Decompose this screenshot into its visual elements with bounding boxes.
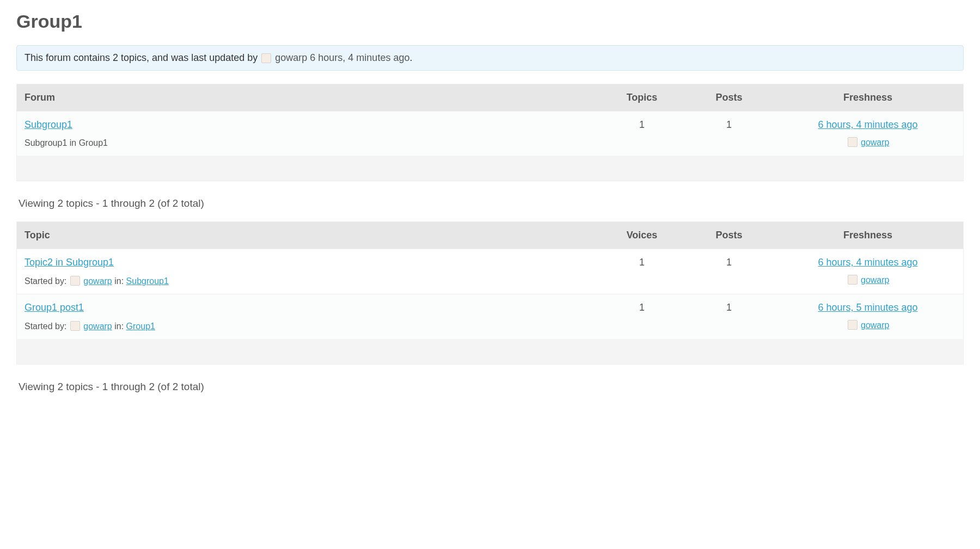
forum-link[interactable]: Subgroup1 <box>24 119 72 130</box>
started-by-user-link[interactable]: gowarp <box>83 322 112 331</box>
avatar-icon <box>70 321 80 331</box>
table-row: Topic2 in Subgroup1 Started by: gowarp i… <box>17 249 963 294</box>
topic-posts-count: 1 <box>685 294 773 339</box>
topics-header-row: Topic Voices Posts Freshness <box>17 222 963 249</box>
freshness-time-link[interactable]: 6 hours, 4 minutes ago <box>818 119 917 130</box>
forums-header-row: Forum Topics Posts Freshness <box>17 84 963 111</box>
viewing-summary-bottom: Viewing 2 topics - 1 through 2 (of 2 tot… <box>19 381 964 393</box>
in-label: in: <box>114 322 126 331</box>
avatar-icon <box>848 275 857 285</box>
topic-voices-count: 1 <box>598 249 685 294</box>
freshness-user-link[interactable]: gowarp <box>861 320 889 330</box>
avatar-icon <box>848 320 857 330</box>
header-forum: Forum <box>17 84 598 111</box>
header-freshness: Freshness <box>773 84 963 111</box>
forums-footer <box>17 156 963 181</box>
forum-topics-count: 1 <box>598 112 685 156</box>
freshness-time-link[interactable]: 6 hours, 5 minutes ago <box>818 302 917 313</box>
started-by-user-link[interactable]: gowarp <box>83 276 112 286</box>
forum-posts-count: 1 <box>685 112 773 156</box>
in-label: in: <box>114 276 126 286</box>
header-posts: Posts <box>685 84 773 111</box>
freshness-user-link[interactable]: gowarp <box>861 138 889 147</box>
notice-time: 6 hours, 4 minutes ago <box>310 52 409 63</box>
topics-footer <box>17 339 963 364</box>
in-forum-link[interactable]: Subgroup1 <box>126 276 169 286</box>
page-title: Group1 <box>16 11 964 32</box>
forum-notice: This forum contains 2 topics, and was la… <box>16 45 964 71</box>
topic-link[interactable]: Topic2 in Subgroup1 <box>24 257 114 268</box>
topic-link[interactable]: Group1 post1 <box>24 302 84 313</box>
header-freshness: Freshness <box>773 222 963 249</box>
topic-posts-count: 1 <box>685 249 773 294</box>
started-by-label: Started by: <box>24 322 69 331</box>
avatar-icon <box>70 276 80 286</box>
topic-voices-count: 1 <box>598 294 685 339</box>
forums-table: Forum Topics Posts Freshness Subgroup1 S… <box>16 84 964 181</box>
notice-user: gowarp <box>275 52 307 63</box>
table-row: Group1 post1 Started by: gowarp in: Grou… <box>17 294 963 339</box>
started-by-label: Started by: <box>24 276 69 286</box>
header-posts: Posts <box>685 222 773 249</box>
forum-description: Subgroup1 in Group1 <box>24 138 592 148</box>
header-topics: Topics <box>598 84 685 111</box>
header-topic: Topic <box>17 222 598 249</box>
freshness-time-link[interactable]: 6 hours, 4 minutes ago <box>818 257 917 268</box>
in-forum-link[interactable]: Group1 <box>126 322 155 331</box>
freshness-user-link[interactable]: gowarp <box>861 275 889 285</box>
notice-prefix: This forum contains 2 topics, and was la… <box>24 52 260 63</box>
avatar-icon <box>261 53 271 63</box>
avatar-icon <box>848 137 857 147</box>
header-voices: Voices <box>598 222 685 249</box>
table-row: Subgroup1 Subgroup1 in Group1 1 1 6 hour… <box>17 111 963 156</box>
viewing-summary-top: Viewing 2 topics - 1 through 2 (of 2 tot… <box>19 198 964 209</box>
notice-suffix: . <box>409 52 412 63</box>
topics-table: Topic Voices Posts Freshness Topic2 in S… <box>16 221 964 365</box>
